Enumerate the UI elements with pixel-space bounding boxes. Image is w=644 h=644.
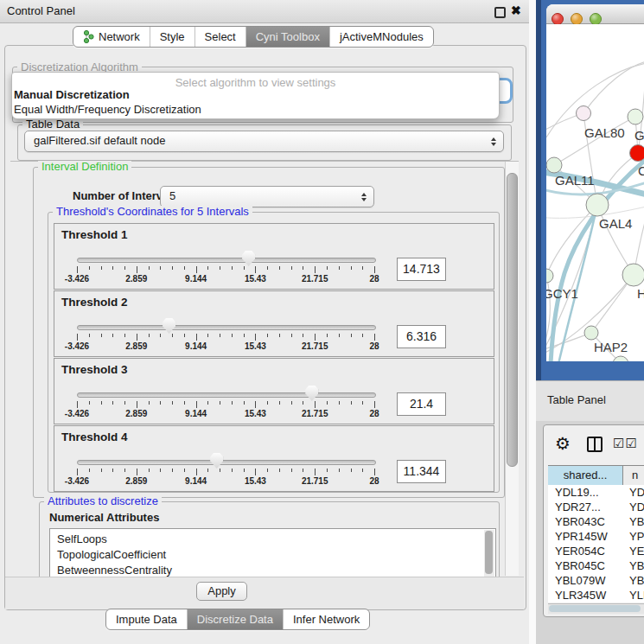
dropdown-option[interactable]: Manual Discretization (14, 88, 130, 101)
dropdown-option[interactable]: Equal Width/Frequency Discretization (14, 103, 201, 116)
tab-impute-data[interactable]: Impute Data (106, 609, 187, 629)
slider-track[interactable] (77, 392, 376, 398)
tab-discretize-data[interactable]: Discretize Data (187, 609, 283, 629)
cell-shared-name[interactable]: YLR345W (555, 588, 606, 603)
close-icon[interactable]: ✖ (511, 3, 521, 17)
gear-icon[interactable]: ⚙ (555, 433, 571, 454)
column-header-shared-name[interactable]: shared... (548, 466, 623, 485)
table-row[interactable]: YDR27...YDR2 (548, 500, 644, 514)
slider-thumb[interactable] (305, 386, 318, 401)
top-tab-bar: NetworkStyleSelectCyni ToolboxjActiveMNo… (73, 26, 434, 48)
algorithm-dropdown-popup: Select algorithm to view settings Manual… (11, 72, 500, 119)
cell-shared-name[interactable]: YPR145W (555, 529, 608, 544)
minimize-window-button[interactable] (571, 13, 583, 25)
cell-name[interactable]: YLR3 (629, 588, 644, 603)
tab-style[interactable]: Style (150, 27, 194, 47)
slider-tick (291, 401, 292, 405)
slider-tick (267, 401, 268, 405)
slider-tick (101, 401, 102, 405)
slider-tick (160, 401, 161, 405)
table-row[interactable]: YBL079WYBL0 (548, 573, 644, 588)
zoom-window-button[interactable] (590, 13, 602, 25)
apply-button[interactable]: Apply (196, 582, 247, 601)
table-panel-title: Table Panel (547, 393, 606, 406)
network-node[interactable] (577, 106, 591, 121)
network-node[interactable] (622, 264, 644, 286)
tab-select[interactable]: Select (194, 27, 245, 47)
slider-tick (255, 266, 256, 273)
control-panel-titlebar: Control Panel ✖ (0, 0, 529, 23)
slider-track[interactable] (77, 258, 376, 263)
cell-shared-name[interactable]: YDR27... (555, 500, 601, 514)
tab-cyni-toolbox[interactable]: Cyni Toolbox (245, 27, 329, 47)
slider-track[interactable] (77, 460, 376, 465)
slider-tick (351, 469, 352, 472)
slider-tick (112, 469, 113, 472)
list-scrollbar-thumb[interactable] (485, 531, 493, 574)
cell-name[interactable]: YBL0 (629, 573, 644, 588)
tab-label: Cyni Toolbox (256, 27, 320, 47)
threshold-value-field[interactable]: 11.344 (397, 460, 446, 483)
slider-tick-label: -3.426 (65, 409, 89, 418)
cell-shared-name[interactable]: YDL19... (555, 485, 599, 500)
cell-name[interactable]: YDR2 (629, 500, 644, 514)
column-checkboxes-icon[interactable]: ☑☑ (613, 436, 638, 451)
table-row[interactable]: YLR345WYLR3 (548, 588, 644, 603)
cell-shared-name[interactable]: YBL079W (555, 573, 606, 588)
network-node[interactable] (630, 145, 644, 162)
vertical-scrollbar-thumb[interactable] (507, 173, 518, 467)
threshold-value-field[interactable]: 6.316 (397, 325, 446, 348)
split-view-icon[interactable] (587, 437, 603, 452)
cell-shared-name[interactable]: YER054C (555, 544, 605, 558)
slider-track[interactable] (77, 325, 376, 330)
tab-jactivemnodules[interactable]: jActiveMNodules (329, 27, 433, 47)
cell-shared-name[interactable]: YBR045C (555, 558, 605, 573)
network-node[interactable] (628, 109, 643, 124)
threshold-value-field[interactable]: 21.4 (397, 392, 446, 416)
column-header-name[interactable]: n (623, 466, 644, 485)
network-icon (83, 30, 94, 43)
slider-tick-label: 9.144 (185, 476, 207, 486)
close-window-button[interactable] (552, 13, 564, 25)
number-of-intervals-value: 5 (169, 187, 175, 206)
float-window-icon[interactable] (494, 7, 506, 18)
slider-tick (244, 401, 245, 405)
cell-name[interactable]: YDL1 (629, 485, 644, 500)
network-node-label: GCY1 (546, 286, 578, 301)
attribute-list-item[interactable]: TopologicalCoefficient (57, 547, 166, 563)
table-row[interactable]: YER054CYER0 (548, 544, 644, 558)
network-node[interactable] (586, 194, 609, 216)
horizontal-scrollbar-thumb[interactable] (549, 605, 641, 612)
cell-name[interactable]: YPR1 (629, 529, 644, 544)
network-window-titlebar[interactable] (546, 4, 644, 24)
cell-name[interactable]: YBR0 (629, 558, 644, 573)
tab-network[interactable]: Network (73, 27, 150, 47)
cell-name[interactable]: YBR0 (629, 514, 644, 529)
desktop-edge (536, 0, 541, 380)
cell-name[interactable]: YER0 (629, 544, 644, 558)
slider-tick (303, 266, 303, 270)
slider-tick (303, 401, 303, 405)
slider-thumb[interactable] (163, 318, 175, 334)
network-node[interactable] (584, 326, 598, 340)
numerical-attributes-list[interactable]: SelfLoopsTopologicalCoefficientBetweenne… (49, 528, 496, 578)
threshold-value-field[interactable]: 14.713 (397, 258, 446, 281)
attribute-list-item[interactable]: SelfLoops (57, 532, 107, 547)
network-node[interactable] (546, 269, 553, 283)
slider-thumb[interactable] (210, 453, 223, 469)
tab-infer-network[interactable]: Infer Network (283, 609, 369, 629)
list-scrollbar[interactable] (484, 530, 494, 577)
table-row[interactable]: YBR043CYBR0 (548, 514, 644, 529)
slider-tick (124, 334, 125, 337)
slider-thumb[interactable] (242, 251, 255, 266)
slider-tick (351, 401, 352, 405)
table-row[interactable]: YBR045CYBR0 (548, 558, 644, 573)
network-node[interactable] (546, 157, 562, 173)
network-canvas[interactable]: GAL80GACGAL11GAL4GCY1HHAP2 (546, 24, 644, 361)
network-node-label: GA (634, 128, 644, 143)
table-row[interactable]: YPR145WYPR1 (548, 529, 644, 544)
horizontal-scrollbar-track[interactable] (548, 603, 644, 614)
cell-shared-name[interactable]: YBR043C (555, 514, 605, 529)
table-data-combobox[interactable]: galFiltered.sif default node (24, 131, 504, 152)
table-row[interactable]: YDL19...YDL1 (548, 485, 644, 500)
